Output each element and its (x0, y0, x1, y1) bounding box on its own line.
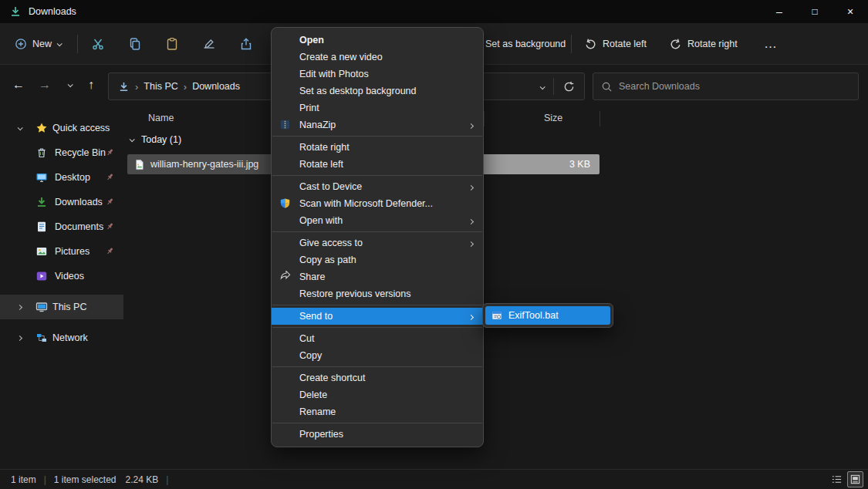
chevron-down-icon[interactable] (9, 126, 29, 130)
menu-item-label: Create a new video (299, 52, 383, 62)
cut-button[interactable] (83, 30, 113, 58)
menu-item-create-a-new-video[interactable]: Create a new video (272, 49, 483, 66)
menu-item-copy-as-path[interactable]: Copy as path (272, 251, 483, 268)
breadcrumb-separator: › (184, 81, 187, 93)
sidebar-item-desktop[interactable]: Desktop (0, 165, 123, 190)
up-button[interactable]: ↑ (79, 73, 103, 97)
menu-separator (272, 175, 482, 176)
share-button[interactable] (231, 30, 261, 58)
paste-button[interactable] (157, 30, 187, 58)
thumbnails-view-button[interactable] (847, 471, 863, 487)
pin-icon (106, 148, 114, 157)
share-arrow-icon (279, 271, 291, 282)
share-icon (239, 37, 253, 51)
pin-icon (106, 222, 114, 231)
chevron-down-icon (540, 84, 545, 89)
file-explorer-window: Downloads – □ × New (0, 0, 868, 489)
menu-item-scan-with-microsoft-defender[interactable]: Scan with Microsoft Defender... (272, 195, 483, 212)
submenu-item-exiftool[interactable]: ExifTool.bat (485, 306, 610, 325)
menu-item-give-access-to[interactable]: Give access to (272, 234, 483, 251)
menu-item-restore-previous-versions[interactable]: Restore previous versions (272, 285, 483, 302)
menu-item-share[interactable]: Share (272, 268, 483, 285)
chevron-down-icon (67, 82, 73, 87)
rotate-left-icon (584, 38, 597, 51)
column-separator[interactable] (484, 111, 485, 126)
menu-item-create-shortcut[interactable]: Create shortcut (272, 369, 483, 386)
sidebar-item-videos[interactable]: Videos (0, 264, 123, 288)
minimize-button[interactable]: – (762, 0, 797, 23)
file-size-cell: 3 KB (484, 154, 599, 174)
menu-item-set-as-desktop-background[interactable]: Set as desktop background (272, 83, 483, 99)
menu-item-copy[interactable]: Copy (272, 347, 483, 364)
sidebar-item-this-pc[interactable]: This PC (0, 295, 123, 319)
rotate-left-button[interactable]: Rotate left (577, 30, 654, 58)
breadcrumb-downloads[interactable]: Downloads (192, 81, 240, 92)
more-options-button[interactable]: … (756, 30, 785, 58)
column-separator[interactable] (599, 111, 600, 126)
status-bar: 1 item | 1 item selected 2.24 KB | (0, 469, 868, 489)
status-divider: | (44, 474, 46, 485)
titlebar: Downloads – □ × (0, 0, 868, 23)
sidebar-item-recycle-bin[interactable]: Recycle Bin (0, 140, 123, 165)
sidebar-item-quick-access[interactable]: Quick access (0, 116, 123, 140)
menu-item-print[interactable]: Print (272, 99, 483, 116)
menu-item-label: NanaZip (299, 120, 336, 130)
rename-button[interactable] (194, 30, 224, 58)
column-header-name[interactable]: Name (148, 113, 174, 123)
rotate-right-button[interactable]: Rotate right (662, 30, 745, 58)
menu-item-delete[interactable]: Delete (272, 386, 483, 403)
sidebar-item-downloads[interactable]: Downloads (0, 190, 123, 214)
sidebar-item-network[interactable]: Network (0, 325, 123, 350)
breadcrumb-separator: › (135, 81, 138, 93)
chevron-right-icon[interactable] (9, 305, 29, 309)
file-name: william-henry-gates-iii.jpg (150, 159, 258, 170)
column-headers: Name Size (123, 108, 868, 130)
menu-item-edit-with-photos[interactable]: Edit with Photos (272, 66, 483, 83)
details-view-button[interactable] (829, 471, 845, 487)
new-button[interactable]: New (8, 30, 68, 58)
sidebar-item-documents[interactable]: Documents (0, 214, 123, 239)
documents-icon (35, 221, 48, 233)
pin-icon (106, 173, 114, 181)
menu-separator (272, 231, 482, 232)
submenu-item-label: ExifTool.bat (508, 310, 559, 321)
group-header-today[interactable]: Today (1) (130, 134, 181, 145)
search-icon (601, 81, 613, 93)
address-dropdown-button[interactable] (531, 81, 553, 92)
search-input[interactable] (619, 81, 850, 92)
menu-item-rotate-right[interactable]: Rotate right (272, 139, 483, 156)
menu-item-cast-to-device[interactable]: Cast to Device (272, 178, 483, 195)
sidebar-item-label: Videos (55, 271, 84, 282)
close-button[interactable]: × (833, 0, 868, 23)
menu-item-label: Properties (299, 429, 343, 440)
sidebar-item-label: This PC (52, 302, 86, 312)
menu-item-label: Delete (299, 390, 327, 400)
back-button[interactable]: ← (6, 73, 31, 97)
menu-item-properties[interactable]: Properties (272, 426, 483, 443)
sidebar-item-label: Network (52, 332, 88, 343)
menu-item-send-to[interactable]: Send to (272, 308, 483, 325)
menu-item-label: Rotate left (299, 159, 343, 170)
menu-item-rotate-left[interactable]: Rotate left (272, 156, 483, 173)
menu-item-label: Copy (299, 350, 322, 361)
context-menu: Open Create a new video Edit with Photos… (271, 27, 484, 447)
forward-button[interactable]: → (32, 73, 57, 97)
menu-item-label: Create shortcut (299, 373, 365, 383)
menu-item-open-with[interactable]: Open with (272, 212, 483, 229)
menu-item-open[interactable]: Open (272, 32, 483, 49)
file-list-area: Name Size Today (1) william-henry-gates-… (123, 105, 868, 469)
column-header-size[interactable]: Size (544, 113, 562, 123)
maximize-button[interactable]: □ (797, 0, 833, 23)
chevron-right-icon[interactable] (9, 336, 29, 340)
pin-icon (106, 197, 114, 206)
refresh-button[interactable] (554, 81, 584, 93)
menu-separator (272, 305, 482, 305)
menu-item-nanazip[interactable]: NanaZip (272, 116, 483, 133)
copy-button[interactable] (120, 30, 150, 58)
menu-item-cut[interactable]: Cut (272, 330, 483, 347)
menu-item-rename[interactable]: Rename (272, 403, 483, 420)
search-box[interactable] (593, 73, 859, 100)
breadcrumb-this-pc[interactable]: This PC (144, 81, 177, 92)
sidebar-item-pictures[interactable]: Pictures (0, 239, 123, 264)
menu-separator (272, 136, 482, 137)
